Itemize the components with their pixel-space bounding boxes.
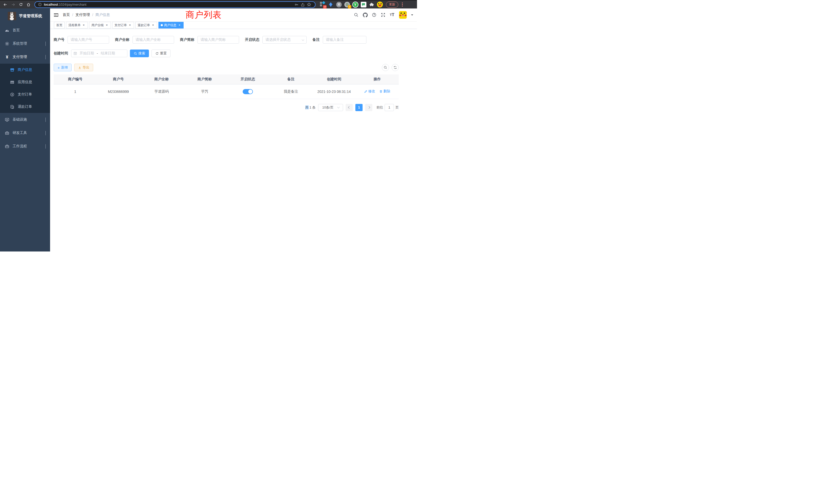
chevron-down-icon	[45, 117, 46, 122]
sidebar-item-label: 首页	[13, 28, 20, 32]
password-key-icon[interactable]	[293, 3, 300, 7]
refresh-table-button[interactable]	[392, 64, 399, 71]
sidebar-item-infra[interactable]: 基础设施	[0, 113, 50, 126]
status-toggle[interactable]	[243, 89, 253, 94]
help-icon[interactable]	[371, 12, 377, 18]
pencil-icon	[364, 90, 368, 93]
extension-yuque-icon[interactable]: Y	[352, 1, 358, 8]
sidebar-item-pay[interactable]: ¥ 支付管理	[0, 50, 50, 64]
tab-refund-order[interactable]: 退款订单×	[135, 22, 157, 28]
browser-forward-icon[interactable]	[10, 1, 17, 8]
search-button[interactable]: 搜索	[130, 49, 149, 57]
active-tab-dot	[161, 24, 163, 26]
plus-icon: +	[58, 66, 60, 70]
url-bar[interactable]: localhost:1024/pay/merchant	[35, 1, 315, 8]
breadcrumb-home[interactable]: 首页	[63, 13, 70, 17]
browser-menu-icon[interactable]	[400, 3, 404, 7]
close-icon[interactable]: ×	[105, 23, 109, 27]
delete-link[interactable]: 删除	[379, 89, 390, 94]
extension-chat-icon[interactable]	[360, 1, 367, 8]
merchant-no-input[interactable]: 请输入商户号	[68, 36, 109, 44]
refund-icon	[10, 105, 14, 109]
dashboard-icon	[5, 28, 9, 32]
start-date-placeholder[interactable]: 开始日期	[79, 51, 95, 56]
browser-reload-icon[interactable]	[18, 1, 24, 8]
filter-row-2: 创建时间 开始日期 - 结束日期 搜索 重置	[54, 49, 399, 57]
fullscreen-icon[interactable]	[380, 12, 386, 18]
sidebar-item-system[interactable]: 系统管理	[0, 37, 50, 50]
breadcrumb: 首页 / 支付管理 / 商户信息	[63, 13, 110, 17]
page-unit-label: 页	[395, 105, 399, 110]
site-info-icon[interactable]	[38, 3, 42, 6]
sidebar-item-app-info[interactable]: 应用信息	[0, 76, 50, 88]
tab-home[interactable]: 首页	[54, 22, 65, 28]
extension-gem-icon[interactable]	[327, 1, 334, 8]
page-size-select[interactable]: 10条/页	[318, 104, 343, 111]
browser-back-icon[interactable]	[2, 1, 9, 8]
app-logo-row[interactable]: 芋道管理系统	[0, 8, 50, 24]
chevron-down-icon	[302, 38, 304, 41]
bookmark-star-icon[interactable]	[306, 2, 312, 7]
reset-button[interactable]: 重置	[152, 49, 171, 57]
status-label: 开启状态	[245, 38, 262, 42]
filter-row-1: 商户号 请输入商户号 商户全称 请输入商户全称 商户简称 请输入商户简称 开启状…	[54, 36, 399, 44]
tab-pay-order[interactable]: 支付订单×	[112, 22, 134, 28]
sidebar-item-workflow[interactable]: 工作流程	[0, 140, 50, 153]
next-page-button[interactable]	[365, 104, 372, 111]
chevron-down-icon	[45, 42, 46, 46]
export-button[interactable]: 导出	[74, 64, 93, 71]
extension-grid-icon[interactable]: 10	[319, 1, 326, 8]
briefcase-icon	[5, 144, 9, 148]
close-icon[interactable]: ×	[151, 23, 155, 27]
tab-user-group[interactable]: 用户分组×	[89, 22, 111, 28]
full-name-input[interactable]: 请输入商户全称	[132, 36, 174, 44]
short-name-input[interactable]: 请输入商户简称	[197, 36, 239, 44]
font-size-icon[interactable]: TT	[389, 12, 395, 18]
status-select[interactable]: 请选择开启状态	[262, 36, 307, 44]
remark-input[interactable]: 请输入备注	[323, 36, 367, 44]
close-icon[interactable]: ×	[128, 23, 132, 27]
goto-page-input[interactable]: 1	[385, 104, 394, 111]
merchant-no-label: 商户号	[54, 38, 68, 42]
header-search-icon[interactable]	[353, 12, 359, 18]
prev-page-button[interactable]	[346, 104, 353, 111]
sidebar-fold-icon[interactable]	[54, 13, 59, 17]
tab-process-form[interactable]: 流程表单×	[66, 22, 88, 28]
edit-link[interactable]: 修改	[364, 89, 375, 94]
sidebar-item-label: 研发工具	[13, 131, 27, 135]
extension-avatar-icon[interactable]: 1	[344, 1, 350, 8]
toggle-search-button[interactable]	[382, 64, 389, 71]
close-icon[interactable]: ×	[82, 23, 86, 27]
col-status: 开启状态	[226, 74, 269, 84]
end-date-placeholder[interactable]: 结束日期	[100, 51, 116, 56]
breadcrumb-pay[interactable]: 支付管理	[75, 13, 90, 17]
github-icon[interactable]	[362, 12, 368, 18]
close-icon[interactable]: ×	[178, 23, 181, 27]
add-button[interactable]: + 新增	[54, 64, 72, 71]
browser-home-icon[interactable]	[25, 1, 32, 8]
url-text[interactable]: localhost:1024/pay/merchant	[44, 3, 86, 6]
store-icon	[10, 68, 14, 72]
profile-emoji-icon[interactable]	[377, 1, 383, 8]
extension-badge: 1	[348, 5, 351, 8]
cell-created: 2021-10-23 08:31:14	[312, 84, 356, 99]
toolbox-icon	[5, 131, 9, 135]
sidebar-item-dev-tools[interactable]: 研发工具	[0, 126, 50, 140]
extension-cmd-icon[interactable]: ⌘	[336, 1, 342, 8]
user-avatar[interactable]	[399, 11, 407, 19]
sidebar-item-home[interactable]: 首页	[0, 24, 50, 37]
tab-merchant-info[interactable]: 商户信息×	[158, 22, 183, 28]
sidebar-item-refund-order[interactable]: 退款订单	[0, 100, 50, 113]
avatar-caret-icon[interactable]	[411, 14, 413, 16]
share-icon[interactable]	[300, 3, 306, 7]
create-time-label: 创建时间	[54, 51, 71, 56]
sidebar-item-pay-order[interactable]: 支付订单	[0, 88, 50, 100]
sidebar-item-merchant-info[interactable]: 商户信息	[0, 64, 50, 76]
sidebar-item-label: 工作流程	[13, 144, 27, 148]
extensions-puzzle-icon[interactable]	[369, 1, 375, 8]
monitor-icon	[5, 117, 9, 122]
cell-actions: 修改 删除	[356, 84, 399, 99]
page-number-1[interactable]: 1	[355, 104, 363, 111]
chrome-update-button[interactable]: 更新	[386, 2, 398, 8]
date-range-input[interactable]: 开始日期 - 结束日期	[71, 49, 127, 57]
